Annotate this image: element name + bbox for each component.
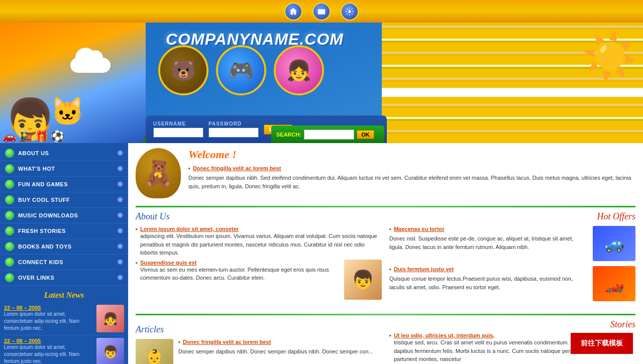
toy-train: 🚂 [19, 130, 32, 143]
latest-news-title: Latest News [4, 288, 124, 302]
home-nav-icon[interactable] [284, 3, 302, 21]
search-button[interactable]: OK [357, 130, 374, 139]
about-link-1[interactable]: Lorem ipsum dolor sit amet, conseter [140, 226, 239, 232]
sidebar-item-over-links[interactable]: OVER LINKS ❋ [0, 270, 128, 286]
welcome-section: 🧸 Welcome ! ▪ Donec fringilla velit ac l… [136, 148, 635, 198]
about-us-column: About Us ▪ Lorem ipsum dolor sit amet, c… [136, 211, 382, 306]
sidebar-item-fun-games[interactable]: FUN AND GAMES ❋ [0, 177, 128, 192]
article-thumb-1: 👶 [136, 339, 173, 364]
news-text-2: Lorem ipsum dolor sit amet, consectetuer… [4, 344, 92, 364]
sidebar-item-buy-cool[interactable]: BUY COOL STUFF ❋ [0, 192, 128, 208]
circle-image-3[interactable]: 👧 [274, 45, 324, 95]
article-link-1[interactable]: Donec fringilla velit ac lorem best [183, 339, 271, 345]
circle-img-content-2: 🎮 [218, 47, 264, 93]
sidebar-arrow: ❋ [117, 227, 124, 235]
header: 👦 🐱 🚗 🚂 🎁 ⚽ COMPANYNAME.COM 🐻 🎮 👧 ☀️ USE… [0, 0, 643, 143]
divider-1 [136, 206, 635, 207]
circle-image-2[interactable]: 🎮 [216, 45, 266, 95]
top-nav-bar [0, 0, 643, 23]
sidebar-dot [5, 273, 14, 282]
offer-link-1[interactable]: Maecenas eu tortor [394, 226, 445, 232]
news-date-1[interactable]: 22 – 08 – 2005 [4, 305, 92, 311]
circle-image-1[interactable]: 🐻 [158, 45, 208, 95]
sidebar-arrow: ❋ [117, 274, 124, 282]
offer-bullet-2: ▪ Duis fermtum justo vet [389, 266, 588, 272]
offer-thumb-1: 🚙 [593, 226, 635, 261]
about-link-2[interactable]: Suspendisse quis est [140, 260, 196, 266]
search-label: SEARCH: [276, 132, 301, 138]
welcome-link[interactable]: Donec fringilla velit ac lorem best [193, 165, 281, 171]
car-img-1: 🚙 [593, 226, 635, 261]
search-input[interactable] [304, 130, 354, 140]
about-thumb-img: 👦 [344, 260, 382, 300]
stories-title: Stories [389, 319, 635, 330]
download-button[interactable]: 前往下载模板 [571, 333, 633, 354]
sidebar-item-about-us[interactable]: ABOUT US ❋ [0, 146, 128, 161]
welcome-title: Welcome ! [188, 148, 635, 161]
sidebar-arrow: ❋ [117, 165, 124, 173]
sidebar-item-whats-hot[interactable]: WHAT'S HOT ❋ [0, 161, 128, 177]
sidebar-dot [5, 258, 14, 267]
password-input[interactable] [208, 128, 259, 138]
sidebar-arrow: ❋ [117, 258, 124, 266]
toys-ground: 🚗 🚂 🎁 ⚽ [0, 118, 146, 143]
sidebar-dot [5, 211, 14, 220]
sidebar-item-connect[interactable]: CONNECT KIDS ❋ [0, 255, 128, 270]
welcome-bear: 🧸 [136, 148, 181, 198]
sidebar-label: MUSIC DOWNLOADS [18, 212, 113, 218]
hot-offers-title: Hot Offers [389, 211, 635, 222]
article-bullet: ▪ Donec fringilla velit ac lorem best [178, 339, 373, 345]
two-column-section: About Us ▪ Lorem ipsum dolor sit amet, c… [136, 211, 635, 306]
password-label: PASSWORD [208, 121, 259, 127]
sidebar-label: BOOKS AND TOYS [18, 244, 113, 250]
email-nav-icon[interactable] [312, 3, 331, 21]
about-item-2-wrap: ▪ Suspendisse quis est Vivmus ac sem eu … [136, 260, 382, 300]
settings-nav-icon[interactable] [341, 3, 359, 21]
offer-item-2: ▪ Duis fermtum justo vet Quisque conue t… [389, 266, 635, 301]
sidebar-label: ABOUT US [18, 150, 113, 156]
news-date-2[interactable]: 22 – 08 – 2005 [4, 338, 92, 344]
offer-link-2[interactable]: Duis fermtum justo vet [394, 266, 454, 272]
sidebar-item-music[interactable]: MUSIC DOWNLOADS ❋ [0, 208, 128, 223]
bullet-dot: ▪ [389, 226, 391, 232]
welcome-body: Donec semper dapibus nibh. Sed eleifend … [188, 174, 635, 190]
bullet-dot: ▪ [178, 339, 180, 345]
articles-title: Articles [136, 324, 382, 335]
sidebar-item-books[interactable]: BOOKS AND TOYS ❋ [0, 239, 128, 255]
stories-link[interactable]: Ut leo odio, ultricies ut, interdum quis… [394, 332, 494, 338]
bullet-dot: ▪ [188, 165, 190, 171]
sidebar-dot [5, 226, 14, 235]
cartoon-sun: ☀️ [582, 30, 638, 83]
sidebar-label: CONNECT KIDS [18, 259, 113, 265]
divider-2 [136, 314, 635, 315]
offer-body-1: Donec nisl. Suspedisse este pe-de, congu… [389, 234, 588, 251]
sidebar-arrow: ❋ [117, 242, 124, 251]
bullet-dot: ▪ [136, 226, 138, 257]
stories-articles-row: Articles 👶 ▪ Donec fringilla velit ac lo… [136, 319, 635, 364]
sidebar-item-stories[interactable]: FRESH STORIES ❋ [0, 223, 128, 239]
car-img-2: 🏎️ [593, 266, 635, 301]
offer-thumb-2: 🏎️ [593, 266, 635, 301]
company-title: COMPANYNAME.COM [166, 30, 344, 49]
search-bar: SEARCH: OK [271, 126, 384, 143]
hot-offers-column: Hot Offers ▪ Maecenas eu tortor Donec ni… [389, 211, 635, 306]
sidebar-arrow: ❋ [117, 180, 124, 188]
about-text-1: adipiscing elit. Vestibulum non ipsum. V… [140, 232, 382, 257]
about-person-thumb: 👦 [344, 260, 382, 300]
offer-body-2: Quisque conue tempor lectus.Praesent pur… [389, 275, 588, 291]
news-text-1: Lorem ipsum dolor sit amet, consectetuer… [4, 311, 92, 332]
sidebar-dot [5, 242, 14, 251]
content-area: 🧸 Welcome ! ▪ Donec fringilla velit ac l… [128, 143, 643, 364]
offer-text-1: ▪ Maecenas eu tortor Donec nisl. Suspedi… [389, 226, 588, 251]
sidebar-dot [5, 164, 14, 173]
password-group: PASSWORD [208, 121, 259, 138]
left-cartoon: 👦 🐱 🚗 🚂 🎁 ⚽ [0, 23, 146, 143]
bullet-dot: ▪ [389, 266, 391, 272]
sidebar-dot [5, 195, 14, 204]
article-content: ▪ Donec fringilla velit ac lorem best Do… [178, 339, 373, 364]
sidebar-label: BUY COOL STUFF [18, 197, 113, 203]
sidebar-label: FRESH STORIES [18, 228, 113, 234]
article-text-1: Donec semper dapibus nibh. Donec semper … [178, 347, 373, 356]
username-input[interactable] [153, 128, 203, 138]
circle-img-content-1: 🐻 [160, 47, 206, 93]
